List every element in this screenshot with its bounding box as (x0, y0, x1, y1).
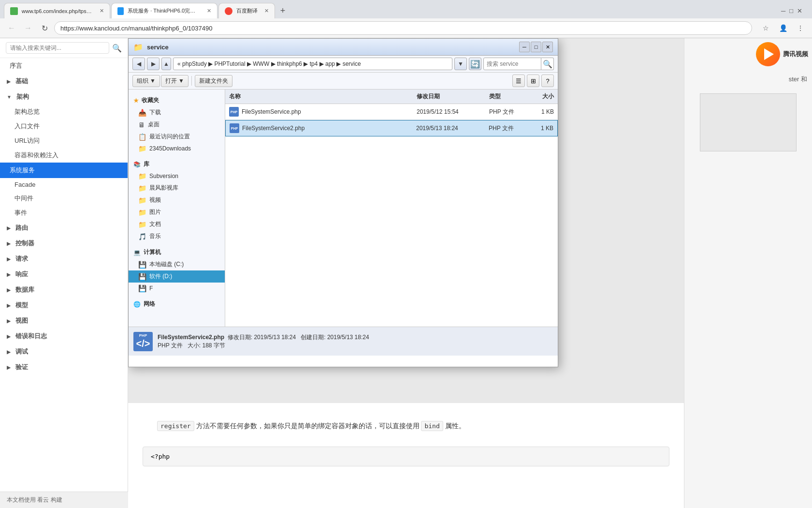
explorer-search-input[interactable] (483, 58, 541, 70)
forward-button[interactable]: → (21, 21, 35, 35)
file-row-2[interactable]: PHP FileSystemService2.php 2019/5/13 18:… (225, 120, 558, 136)
tencent-video-brand[interactable]: 腾讯视频 (756, 42, 808, 66)
sidebar-drive-c[interactable]: 💾 本地磁盘 (C:) (129, 258, 225, 270)
sidebar-section-basics[interactable]: ▶ 基础 (0, 74, 128, 89)
sidebar-docs[interactable]: 📁 文档 (129, 218, 225, 230)
bottom-text: register 方法不需要任何参数，如果你只是简单的绑定容器对象的话，可以直接… (143, 410, 669, 442)
search-input[interactable] (6, 42, 109, 54)
sidebar-section-request[interactable]: ▶ 请求 (0, 251, 128, 267)
header-type[interactable]: 类型 (485, 91, 524, 102)
breadcrumb-bar[interactable]: « phpStudy ▶ PHPTutorial ▶ WWW ▶ thinkph… (173, 58, 452, 70)
explorer-back[interactable]: ◀ (132, 58, 145, 70)
sidebar-subitem-url[interactable]: URL访问 (0, 134, 128, 148)
address-bar[interactable]: https://www.kancloud.cn/manual/thinkphp6… (54, 21, 752, 35)
sidebar-section-database[interactable]: ▶ 数据库 (0, 282, 128, 298)
toolbar-separator-1 (191, 76, 192, 86)
nav-bar: ← → ↻ https://www.kancloud.cn/manual/thi… (0, 18, 812, 38)
sidebar-subitem-container[interactable]: 容器和依赖注入 (0, 148, 128, 163)
reload-button[interactable]: ↻ (38, 21, 51, 35)
sidebar-subitem-middleware[interactable]: 中间件 (0, 191, 128, 206)
bookmark-icon[interactable]: ☆ (759, 21, 772, 35)
sidebar-subitem-arch-overview[interactable]: 架构总览 (0, 105, 128, 119)
sidebar-drive-f[interactable]: 💾 F (129, 283, 225, 294)
search-button[interactable]: 🔍 (112, 44, 122, 53)
account-icon[interactable]: 👤 (776, 21, 790, 35)
explorer-body: ★ 收藏夹 📥 下载 🖥 桌面 📋 最近访 (129, 90, 558, 327)
sidebar-section-model[interactable]: ▶ 模型 (0, 298, 128, 313)
explorer-up[interactable]: ▲ (161, 58, 171, 70)
sidebar-videos[interactable]: 📁 视频 (129, 194, 225, 206)
file-row-1[interactable]: PHP FileSystemService.php 2019/5/12 15:5… (225, 104, 558, 120)
window-close[interactable]: ✕ (797, 7, 802, 15)
explorer-maximize[interactable]: □ (531, 42, 541, 52)
sidebar-section-controller[interactable]: ▶ 控制器 (0, 236, 128, 251)
status-filename: FileSystemService2.php 修改日期: 2019/5/13 1… (158, 333, 369, 342)
tab-close-3[interactable]: ✕ (264, 8, 269, 14)
tencent-play-icon[interactable] (756, 42, 780, 66)
tab-2[interactable]: 系统服务 · ThinkPHP6.0完全开发手... ✕ (111, 3, 218, 18)
sidebar-pictures[interactable]: 📁 图片 (129, 206, 225, 218)
sidebar-section-validation[interactable]: ▶ 验证 (0, 359, 128, 375)
organize-button[interactable]: 组织 ▼ (132, 75, 160, 87)
computer-header[interactable]: 💻 计算机 (129, 246, 225, 258)
sidebar-drive-d[interactable]: 💾 软件 (D:) (129, 270, 225, 283)
new-folder-button[interactable]: 新建文件夹 (195, 75, 232, 87)
breadcrumb-dropdown[interactable]: ▼ (454, 58, 467, 70)
sidebar-desktop[interactable]: 🖥 桌面 (129, 119, 225, 131)
refresh-button[interactable]: 🔄 (469, 58, 481, 70)
sidebar-recent[interactable]: 📋 最近访问的位置 (129, 131, 225, 143)
menu-icon[interactable]: ⋮ (794, 21, 807, 35)
favorites-label: 收藏夹 (142, 96, 159, 105)
back-button[interactable]: ← (5, 21, 18, 35)
file-date-2: 2019/5/13 18:24 (412, 124, 485, 133)
explorer-search-btn[interactable]: 🔍 (541, 58, 554, 70)
view-help-btn[interactable]: ? (541, 75, 554, 87)
tab-close-1[interactable]: ✕ (100, 8, 104, 14)
open-button[interactable]: 打开 ▼ (161, 75, 188, 87)
explorer-title-text: service (147, 44, 169, 51)
search-explorer: 🔍 (483, 58, 554, 70)
tab-1[interactable]: www.tp6.com/index.php/tpsh... ✕ (4, 3, 110, 18)
explorer-forward[interactable]: ▶ (147, 58, 160, 70)
sidebar-music[interactable]: 🎵 音乐 (129, 230, 225, 242)
sidebar-section-debug[interactable]: ▶ 调试 (0, 344, 128, 359)
view-list-btn[interactable]: ☰ (512, 75, 525, 87)
drive-f-icon: 💾 (138, 284, 146, 292)
favorites-header[interactable]: ★ 收藏夹 (129, 94, 225, 106)
sidebar-subitem-facade[interactable]: Facade (0, 178, 128, 191)
folder-title-icon: 📁 (133, 43, 143, 52)
header-name[interactable]: 名称 (225, 91, 413, 102)
open-arrow: ▼ (178, 77, 184, 84)
view-icon-btn[interactable]: ⊞ (527, 75, 539, 87)
sidebar-movies[interactable]: 📁 晨风影视库 (129, 182, 225, 194)
new-tab-button[interactable]: + (276, 4, 290, 17)
sidebar-section-arch[interactable]: ▼ 架构 (0, 89, 128, 105)
tab-3[interactable]: 百度翻译 ✕ (218, 3, 275, 18)
header-date[interactable]: 修改日期 (413, 91, 485, 102)
sidebar-section-error[interactable]: ▶ 错误和日志 (0, 329, 128, 344)
sidebar-subversion[interactable]: 📁 Subversion (129, 170, 225, 182)
window-maximize[interactable]: □ (789, 7, 793, 15)
tab-close-2[interactable]: ✕ (207, 8, 211, 14)
sidebar-downloads[interactable]: 📥 下载 (129, 106, 225, 119)
sidebar-subitem-event[interactable]: 事件 (0, 206, 128, 220)
explorer-minimize[interactable]: ─ (519, 42, 530, 52)
favorites-section: ★ 收藏夹 📥 下载 🖥 桌面 📋 最近访 (129, 94, 225, 154)
library-header[interactable]: 📚 库 (129, 158, 225, 170)
pictures-icon: 📁 (138, 209, 146, 216)
2345-icon: 📁 (138, 145, 146, 152)
explorer-close[interactable]: ✕ (542, 42, 553, 52)
organize-label: 组织 (137, 77, 148, 85)
sidebar-section-route[interactable]: ▶ 路由 (0, 220, 128, 236)
sidebar-subitem-entry[interactable]: 入口文件 (0, 119, 128, 134)
tab-favicon-3 (225, 7, 232, 15)
sidebar-subitem-service[interactable]: 系统服务 (0, 163, 128, 178)
network-header[interactable]: 🌐 网络 (129, 298, 225, 310)
sidebar-item-preface[interactable]: 序言 (0, 58, 128, 74)
sidebar-section-view[interactable]: ▶ 视图 (0, 313, 128, 329)
window-minimize[interactable]: ─ (781, 7, 785, 15)
sidebar-section-response[interactable]: ▶ 响应 (0, 267, 128, 282)
sidebar-2345downloads[interactable]: 📁 2345Downloads (129, 143, 225, 154)
header-size[interactable]: 大小 (524, 91, 558, 102)
network-section: 🌐 网络 (129, 298, 225, 310)
